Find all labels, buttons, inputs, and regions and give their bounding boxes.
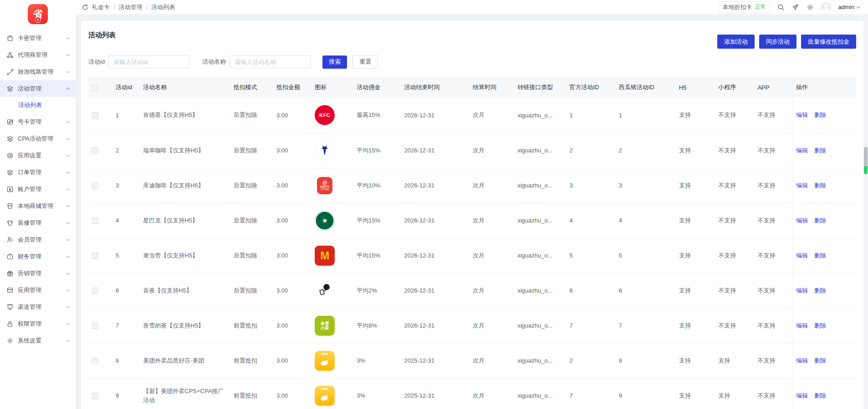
sidebar-item-应用设置[interactable]: 应用设置: [0, 147, 76, 164]
edit-link[interactable]: 编辑: [796, 322, 808, 329]
edit-link[interactable]: 编辑: [796, 392, 808, 399]
search-button[interactable]: 搜索: [322, 56, 347, 69]
toolbar-button-批量修改抵扣金[interactable]: 批量修改抵扣金: [801, 35, 856, 49]
sidebar-item-应用管理[interactable]: 应用管理: [0, 282, 76, 298]
column-header-转链接口类型: 转链接口类型: [514, 77, 566, 98]
delete-link[interactable]: 删除: [814, 147, 826, 154]
sidebar-item-系统设置[interactable]: 系统设置: [0, 332, 76, 349]
sidebar-item-CPA活动管理[interactable]: CPA活动管理: [0, 130, 76, 147]
meituan-logo: [315, 351, 335, 371]
row-checkbox[interactable]: [92, 182, 98, 189]
edit-link[interactable]: 编辑: [796, 182, 808, 189]
sidebar-item-渠道管理[interactable]: 渠道管理: [0, 298, 76, 315]
sidebar-subitem-活动列表[interactable]: 活动列表: [0, 97, 76, 113]
table-row: 7奈雪的茶【仅支持H5】前置抵扣3.00奈雪の茶平均8%2026-12-31次月…: [88, 308, 856, 343]
breadcrumb-separator: /: [146, 4, 148, 10]
site-name: 本地折扣卡: [723, 3, 752, 11]
sidebar-item-旅游线路管理[interactable]: 旅游线路管理: [0, 63, 76, 80]
select-all-checkbox[interactable]: [92, 85, 98, 91]
edit-link[interactable]: 编辑: [796, 252, 808, 259]
edit-link[interactable]: 编辑: [796, 217, 808, 224]
row-checkbox[interactable]: [92, 252, 98, 259]
cell-deduct-amount: 3.00: [273, 378, 311, 409]
row-checkbox[interactable]: [92, 288, 98, 294]
cell-activity-id: 2: [112, 133, 139, 168]
row-checkbox[interactable]: [92, 217, 98, 224]
gear-icon[interactable]: [807, 4, 814, 11]
sidebar-item-卡密管理[interactable]: 卡密管理: [0, 30, 76, 46]
delete-link[interactable]: 删除: [814, 392, 826, 399]
delete-link[interactable]: 删除: [814, 111, 826, 118]
avatar[interactable]: [821, 2, 831, 12]
chevron-down-icon: [66, 305, 70, 309]
chevron-down-icon: [66, 272, 70, 275]
row-checkbox[interactable]: [92, 147, 98, 154]
sidebar-item-营销管理[interactable]: 营销管理: [0, 265, 76, 282]
row-checkbox[interactable]: [92, 393, 98, 399]
chevron-down-icon: [66, 288, 70, 292]
cell-activity-id: 9: [112, 378, 139, 409]
table-row: 3库迪咖啡【仅支持H5】后置扣除3.00@COTTICOFFEE平均10%202…: [88, 168, 856, 203]
edit-link[interactable]: 编辑: [796, 357, 808, 364]
sidebar-item-财务管理[interactable]: 财务管理: [0, 248, 76, 265]
activity-name-input[interactable]: [230, 56, 311, 68]
gift-icon: [6, 270, 14, 277]
sidebar-item-会员管理[interactable]: 会员管理: [0, 231, 76, 248]
cell-settle-time: 次月: [469, 343, 514, 378]
sidebar-item-权限管理[interactable]: 权限管理: [0, 315, 76, 332]
edit-link[interactable]: 编辑: [796, 287, 808, 294]
vertical-scrollbar[interactable]: [864, 147, 868, 166]
row-checkbox[interactable]: [92, 358, 98, 364]
sidebar-item-label: 应用设置: [18, 151, 66, 160]
activity-id-input[interactable]: [108, 56, 189, 68]
toolbar-button-添加活动[interactable]: 添加活动: [717, 35, 755, 49]
sidebar-item-活动管理[interactable]: 活动管理: [0, 80, 76, 97]
sidebar-item-本地商城管理[interactable]: 本地商城管理: [0, 197, 76, 214]
sidebar-item-号卡管理[interactable]: 号卡管理: [0, 113, 76, 130]
row-checkbox[interactable]: [92, 112, 98, 119]
breadcrumb-item-礼金卡[interactable]: 礼金卡: [92, 3, 110, 11]
gear-icon: [6, 337, 14, 344]
table-header-row: 活动id活动名称抵扣模式抵扣金额图标活动佣金活动结束时间结算时间转链接口类型官方…: [88, 77, 856, 98]
refresh-icon[interactable]: [82, 4, 88, 10]
user-menu[interactable]: admin: [838, 4, 861, 10]
cell-commission: 平均10%: [353, 168, 400, 203]
layers-icon: [6, 169, 14, 176]
app-logo[interactable]: 省 ¥: [28, 4, 48, 24]
sidebar-item-装修管理[interactable]: 装修管理: [0, 214, 76, 231]
cell-activity-name: 瑞幸咖啡【仅支持H5】: [139, 133, 230, 168]
cell-deduct-amount: 3.00: [273, 168, 311, 203]
send-icon[interactable]: [792, 4, 799, 11]
delete-link[interactable]: 删除: [814, 322, 826, 329]
toolbar-button-同步活动[interactable]: 同步活动: [759, 35, 797, 49]
card-pen-icon: [6, 118, 14, 126]
sidebar-item-代理商管理[interactable]: 代理商管理: [0, 46, 76, 63]
delete-link[interactable]: 删除: [814, 357, 826, 364]
delete-link[interactable]: 删除: [814, 252, 826, 259]
delete-link[interactable]: 删除: [814, 287, 826, 294]
breadcrumb: 礼金卡/活动管理/活动列表: [82, 3, 175, 11]
reset-button[interactable]: 重置: [352, 55, 378, 69]
cell-icon: ★: [311, 203, 353, 238]
delete-link[interactable]: 删除: [814, 182, 826, 189]
site-badge[interactable]: 本地折扣卡 正常: [719, 1, 770, 13]
delete-link[interactable]: 删除: [814, 217, 826, 224]
edit-link[interactable]: 编辑: [796, 147, 808, 154]
breadcrumb-separator: /: [113, 4, 115, 10]
route-icon: [6, 68, 14, 76]
breadcrumb-item-活动管理[interactable]: 活动管理: [119, 3, 143, 11]
row-checkbox[interactable]: [92, 323, 98, 329]
search-icon[interactable]: [777, 4, 785, 11]
cell-xiguazhu-id: 3: [615, 168, 675, 203]
cell-settle-time: 次月: [469, 273, 514, 308]
cell-xiguazhu-id: 7: [615, 308, 675, 343]
cell-h5: 支持: [675, 133, 715, 168]
sidebar-item-订单管理[interactable]: 订单管理: [0, 164, 76, 181]
activity-table-wrap: 活动id活动名称抵扣模式抵扣金额图标活动佣金活动结束时间结算时间转链接口类型官方…: [88, 77, 856, 409]
breadcrumb-item-活动列表[interactable]: 活动列表: [151, 3, 175, 11]
sidebar-item-账户管理[interactable]: 账户管理: [0, 181, 76, 197]
page-title: 活动列表: [88, 28, 116, 40]
cell-xiguazhu-id: 2: [615, 133, 675, 168]
edit-link[interactable]: 编辑: [796, 111, 808, 118]
toolbar-buttons: 添加活动同步活动批量修改抵扣金: [717, 28, 856, 49]
